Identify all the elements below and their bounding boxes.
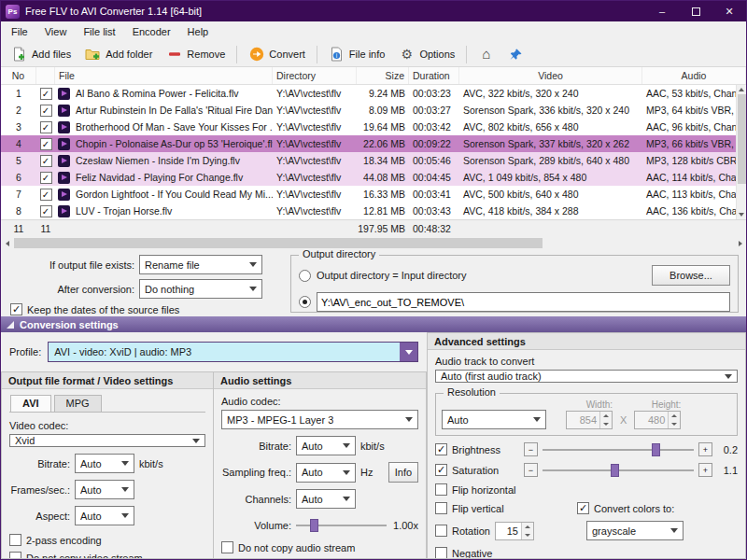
row-checkbox[interactable]: ✓ [36, 119, 55, 135]
chevron-down-icon [405, 417, 413, 422]
add-files-button[interactable]: Add files [5, 44, 78, 64]
saturation-slider[interactable] [543, 464, 694, 477]
rotation-checkbox[interactable] [435, 525, 447, 537]
toolbar-separator [466, 46, 467, 63]
scroll-down-icon[interactable] [739, 213, 744, 217]
audio-bitrate-select[interactable]: Auto [296, 436, 356, 455]
menu-encoder[interactable]: Encoder [124, 23, 179, 40]
close-button[interactable]: ✕ [712, 1, 746, 21]
scroll-up-icon[interactable] [739, 88, 744, 91]
row-checkbox[interactable]: ✓ [36, 102, 55, 119]
row-checkbox[interactable]: ✓ [36, 169, 55, 186]
height-spinner[interactable]: 480 [634, 411, 681, 429]
remove-button[interactable]: Remove [160, 44, 232, 64]
table-row[interactable]: 1✓Al Bano & Romina Power - Felicita.flvY… [1, 85, 746, 102]
menu-file-list[interactable]: File list [75, 23, 123, 40]
column-header-video[interactable]: Video [459, 67, 642, 84]
brightness-checkbox[interactable] [435, 443, 447, 455]
brightness-plus-button[interactable]: + [698, 442, 712, 456]
browse-button[interactable]: Browse... [652, 265, 730, 286]
sampling-select[interactable]: Auto [296, 463, 356, 483]
convert-colors-select[interactable]: grayscale [586, 521, 684, 540]
audio-track-select[interactable]: Auto (first audio track) [435, 370, 738, 383]
row-checkbox[interactable]: ✓ [36, 135, 55, 152]
keep-dates-checkbox[interactable]: Keep the dates of the source files [8, 303, 281, 315]
output-path-input[interactable] [317, 292, 730, 312]
brightness-minus-button[interactable]: − [524, 442, 538, 456]
menu-file[interactable]: File [3, 23, 36, 40]
convert-colors-checkbox[interactable] [577, 502, 589, 514]
if-exists-select[interactable]: Rename file [139, 255, 262, 274]
sampling-label: Sampling freq.: [221, 467, 296, 478]
column-header-size[interactable]: Size [357, 67, 409, 84]
info-button[interactable]: Info [388, 462, 418, 483]
row-checkbox[interactable]: ✓ [36, 186, 55, 203]
flip-vertical-checkbox[interactable] [435, 502, 447, 514]
saturation-checkbox[interactable] [435, 464, 447, 476]
channels-select[interactable]: Auto [296, 489, 356, 509]
video-codec-select[interactable]: Xvid [9, 434, 205, 447]
after-conversion-select[interactable]: Do nothing [139, 279, 262, 299]
tab-mpg[interactable]: MPG [54, 395, 102, 412]
brightness-slider[interactable] [543, 443, 694, 456]
file-info-button[interactable]: i File info [322, 44, 392, 64]
table-row[interactable]: 2✓Artur Rubinstein In De Falla's 'Ritual… [1, 102, 746, 119]
horizontal-scroll-thumb[interactable] [14, 238, 543, 248]
pin-button[interactable] [501, 44, 530, 64]
conversion-settings-header[interactable]: Conversion settings [1, 316, 746, 332]
saturation-minus-button[interactable]: − [524, 463, 538, 477]
resolution-select[interactable]: Auto [442, 410, 546, 429]
window-controls: – ✕ [645, 1, 746, 21]
column-header-file[interactable]: File [55, 67, 273, 84]
row-duration: 00:03:23 [409, 85, 459, 102]
flip-horizontal-checkbox[interactable] [435, 483, 447, 496]
row-checkbox[interactable]: ✓ [36, 85, 55, 102]
column-header-directory[interactable]: Directory [273, 67, 357, 84]
home-button[interactable]: ⌂ [472, 44, 500, 64]
aspect-select[interactable]: Auto [75, 506, 134, 525]
convert-button[interactable]: Convert [242, 44, 312, 64]
vertical-scroll-thumb[interactable] [738, 94, 746, 184]
menu-view[interactable]: View [36, 23, 76, 40]
no-copy-audio-checkbox[interactable]: Do not copy audio stream [221, 541, 418, 553]
slider-thumb[interactable] [310, 519, 318, 532]
slider-thumb[interactable] [652, 443, 660, 456]
minimize-button[interactable]: – [645, 1, 679, 21]
saturation-plus-button[interactable]: + [698, 463, 712, 477]
table-row[interactable]: 6✓Feliz Navidad - Playing For Change.flv… [1, 169, 746, 186]
menu-help[interactable]: Help [179, 23, 218, 40]
table-row[interactable]: 8✓LUV - Trojan Horse.flvY:\AV\vctest\flv… [1, 203, 746, 219]
two-pass-checkbox[interactable]: 2-pass encoding [9, 534, 205, 546]
options-button[interactable]: ⚙ Options [392, 44, 461, 64]
width-spinner[interactable]: 854 [566, 411, 613, 429]
table-row[interactable]: 4✓Chopin - Polonaise As-Dur op 53 'Heroi… [1, 135, 746, 152]
column-header-audio[interactable]: Audio [642, 67, 746, 84]
table-row[interactable]: 7✓Gordon Lightfoot - If You Could Read M… [1, 186, 746, 203]
tab-avi[interactable]: AVI [10, 395, 51, 412]
volume-slider[interactable] [296, 519, 387, 532]
scroll-left-icon[interactable] [1, 237, 13, 249]
column-header-duration[interactable]: Duration [409, 67, 459, 84]
table-row[interactable]: 3✓Brotherhood Of Man - Save Your Kisses … [1, 119, 746, 135]
profile-dropdown-button[interactable] [400, 343, 417, 361]
negative-checkbox[interactable] [435, 547, 447, 559]
maximize-button[interactable] [679, 1, 712, 21]
column-header-no[interactable]: No [1, 67, 36, 84]
video-bitrate-select[interactable]: Auto [75, 454, 134, 473]
column-header-checkbox[interactable] [36, 67, 55, 84]
vertical-scrollbar[interactable] [736, 85, 746, 219]
add-folder-button[interactable]: Add folder [78, 44, 159, 64]
profile-select[interactable]: AVI - video: XviD | audio: MP3 [48, 342, 418, 362]
rotation-spinner[interactable]: 15 [495, 522, 534, 540]
custom-output-radio[interactable] [299, 296, 311, 308]
no-copy-video-checkbox[interactable]: Do not copy video stream [9, 552, 205, 559]
row-checkbox[interactable]: ✓ [36, 152, 55, 169]
scroll-right-icon[interactable] [734, 237, 746, 249]
fps-select[interactable]: Auto [75, 480, 134, 499]
table-row[interactable]: 5✓Czesław Niemen - Inside I'm Dying.flvY… [1, 152, 746, 169]
slider-thumb[interactable] [611, 464, 619, 477]
audio-codec-select[interactable]: MP3 - MPEG-1 Layer 3 [221, 410, 418, 429]
row-audio-info: MP3, 64 kbit/s VBR, Channels [642, 102, 746, 119]
row-checkbox[interactable]: ✓ [36, 203, 55, 219]
output-equals-input-radio[interactable] [299, 270, 311, 282]
